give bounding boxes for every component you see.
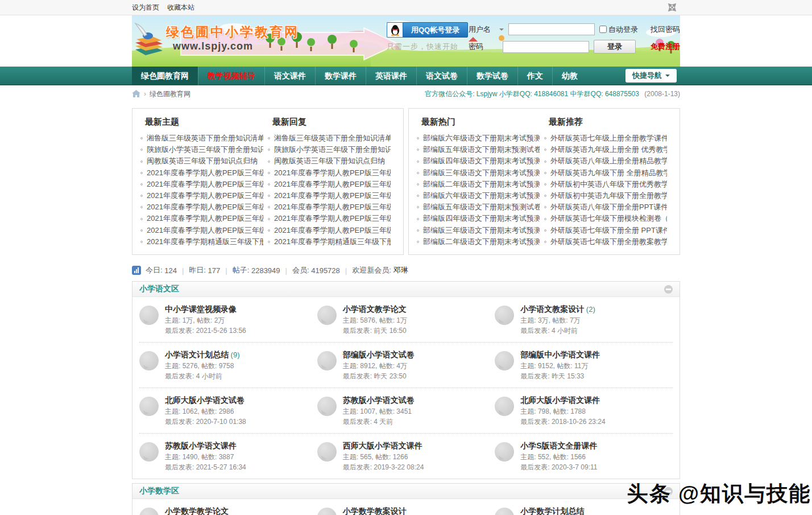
nav-item-math-exams[interactable]: 数学试卷 [467, 67, 517, 85]
forum-link[interactable]: 中小学课堂视频录像 [165, 304, 237, 314]
home-icon[interactable] [132, 90, 140, 98]
chevron-down-icon[interactable] [499, 28, 504, 33]
bullet-icon [544, 160, 546, 163]
username-input[interactable] [508, 23, 595, 35]
topic-link[interactable]: 部编版五年级语文下册期末预测试卷3 [417, 144, 540, 155]
forum-link[interactable]: 苏教版小学语文试卷 [343, 395, 415, 405]
topic-link[interactable]: 外研版初中英语八年级下册优秀教学设 [544, 179, 667, 190]
forum-link[interactable]: 部编版小学语文试卷 [343, 350, 415, 359]
forum-cell: 西师大版小学语文课件主题: 565, 帖数: 1266最后发表: 2019-3-… [317, 441, 495, 471]
topic-link[interactable]: 部编版三年级语文下册期末考试预测试 [417, 225, 540, 236]
topic-link[interactable]: 外研版英语八年级下册全册PPT课件资 [544, 201, 667, 213]
topic-link[interactable]: 部编版二年级语文下册期末考试预测试 [417, 179, 540, 190]
forum-stats: 主题: 5876, 帖数: 1万 [343, 316, 407, 324]
topic-link[interactable]: 2021年度春季学期人教PEP版三年级下 [268, 225, 391, 236]
password-label: 密码 [469, 42, 498, 52]
topic-link[interactable]: 部编版三年级语文下册期末考试预测试 [417, 167, 540, 179]
bar-chart-icon [132, 266, 141, 275]
topic-link[interactable]: 外研版英语七年级下册全册教案教学设 [544, 236, 667, 248]
forum-link[interactable]: 小学语文计划总结 [165, 350, 229, 359]
topic-link[interactable]: 外研版英语九年级上册全册 优秀教学 [544, 144, 667, 155]
qq-login-button[interactable]: 用QQ帐号登录 [403, 22, 468, 38]
forum-lastpost: 最后发表: 4 小时前 [520, 327, 595, 335]
username-label[interactable]: 用户名 [469, 24, 498, 35]
collapse-icon[interactable] [664, 285, 673, 294]
forum-link[interactable]: 小学数学教案设计 [343, 506, 407, 515]
topic-link[interactable]: 2021年度春季学期人教PEP版三年级下 [140, 201, 263, 213]
forum-link[interactable]: 小学数学教学论文 [165, 506, 229, 515]
auto-login-checkbox[interactable] [599, 26, 607, 33]
topic-link[interactable]: 2021年度春季学期人教PEP版三年级下 [140, 225, 263, 236]
forum-bubble-icon [139, 442, 159, 462]
topic-link[interactable]: 2021年度春季学期精通版三年级下册英 [140, 236, 263, 248]
nav-item-english-courseware[interactable]: 英语课件 [366, 67, 416, 85]
topic-link[interactable]: 外研版英语七年级下册模块检测卷（含 [544, 213, 667, 224]
topic-link[interactable]: 陕旅版小学英语三年级下册全册知识点 [140, 144, 263, 155]
topic-link[interactable]: 部编版六年级语文下册期末考试预测试 [417, 133, 540, 144]
password-input[interactable] [503, 41, 589, 53]
login-button[interactable]: 登录 [594, 40, 636, 53]
forum-link[interactable]: 小学语文教学论文 [343, 304, 407, 314]
forum-link[interactable]: 苏教版小学语文课件 [165, 441, 237, 450]
forum-link[interactable]: 北师大版小学语文课件 [520, 395, 600, 405]
topic-link[interactable]: 陕旅版小学英语三年级下册全册知识点 [268, 144, 391, 155]
forum-link[interactable]: 部编版中小学语文课件 [520, 350, 600, 359]
topic-link[interactable]: 湘鲁版三年级英语下册全册知识清单 [140, 133, 263, 144]
section-title-link[interactable]: 小学语文区 [139, 284, 179, 294]
forum-link[interactable]: 小学语文教案设计 [520, 304, 584, 314]
forum-link[interactable]: 小学数学计划总结 [520, 506, 584, 515]
topic-link[interactable]: 2021年度春季学期人教PEP版三年级下 [140, 179, 263, 190]
section-title-link[interactable]: 小学数学区 [139, 486, 179, 496]
bullet-icon [268, 229, 270, 232]
topic-link[interactable]: 部编版四年级语文下册期末考试预测试 [417, 155, 540, 167]
topic-link[interactable]: 部编版二年级语文下册期末考试预测试 [417, 236, 540, 248]
column-title: 最新推荐 [549, 117, 667, 127]
topic-link[interactable]: 外研版英语九年级下册 全册精品教学 [544, 167, 667, 179]
forum-link[interactable]: 小学S版语文全册课件 [520, 441, 597, 450]
nav-item-preschool[interactable]: 幼教 [552, 67, 587, 85]
bullet-icon [417, 229, 419, 232]
breadcrumb-home-link[interactable]: 绿色圃教育网 [150, 89, 190, 99]
topic-link[interactable]: 湘鲁版三年级英语下册全册知识清单 [268, 133, 391, 144]
nav-item-chinese-courseware[interactable]: 语文课件 [264, 67, 315, 85]
topic-link[interactable]: 外研版初中英语九年级下册全册教学课 [544, 190, 667, 201]
new-member-link[interactable]: 邓琳 [393, 265, 408, 275]
topic-link[interactable]: 2021年度春季学期人教PEP版三年级下 [268, 213, 391, 224]
set-home-link[interactable]: 设为首页 [132, 3, 159, 13]
topic-link[interactable]: 外研版英语八年级上册全册精品教学设 [544, 155, 667, 167]
bookmark-link[interactable]: 收藏本站 [167, 3, 194, 13]
nav-item-video[interactable]: 教学视频辅导 [198, 67, 264, 85]
nav-item-math-courseware[interactable]: 数学课件 [315, 67, 366, 85]
topic-link[interactable]: 2021年度春季学期人教PEP版三年级下 [268, 179, 391, 190]
topic-link[interactable]: 2021年度春季学期精通版三年级下册英 [268, 236, 391, 248]
forum-row: 小学语文计划总结 (9)主题: 5276, 帖数: 9758最后发表: 4 小时… [139, 342, 673, 388]
topic-link[interactable]: 2021年度春季学期人教PEP版三年级下 [140, 190, 263, 201]
topic-link[interactable]: 部编版五年级语文下册期末预测试卷2 [417, 201, 540, 213]
topic-link[interactable]: 部编版四年级语文下册期末考试预测试 [417, 213, 540, 224]
topic-link[interactable]: 外研版英语七年级上册全册教学课件 [544, 133, 667, 144]
find-password-link[interactable]: 找回密码 [651, 24, 680, 35]
forum-stats: 主题: 3万, 帖数: 7万 [520, 316, 595, 324]
topic-link[interactable]: 2021年度春季学期人教PEP版三年级下 [268, 201, 391, 213]
forum-bubble-icon [317, 508, 337, 515]
quick-nav-button[interactable]: 快捷导航 [625, 69, 677, 83]
site-logo[interactable]: 绿色圃中小学教育网 www.lspjy.com [166, 24, 299, 52]
topic-title: 部编版六年级语文下册期末考试预测试 [423, 133, 540, 144]
topic-link[interactable]: 闽教版英语三年级下册知识点归纳 [140, 155, 263, 167]
topic-link[interactable]: 2021年度春季学期人教PEP版三年级下 [140, 213, 263, 224]
nav-item-home[interactable]: 绿色圃教育网 [132, 67, 198, 85]
topic-link[interactable]: 部编版六年级语文下册期末考试预测试 [417, 190, 540, 201]
forum-link[interactable]: 西师大版小学语文课件 [343, 441, 422, 450]
fullscreen-icon[interactable] [668, 3, 677, 12]
topic-link[interactable]: 闽教版英语三年级下册知识点归纳 [268, 155, 391, 167]
bullet-icon [140, 137, 143, 139]
nav-item-composition[interactable]: 作文 [517, 67, 552, 85]
register-link[interactable]: 免费注册 [651, 42, 680, 52]
nav-item-chinese-exams[interactable]: 语文试卷 [416, 67, 467, 85]
topic-link[interactable]: 2021年度春季学期人教PEP版三年级下 [268, 190, 391, 201]
topic-link[interactable]: 2021年度春季学期人教PEP版三年级下 [268, 167, 391, 179]
topic-title: 2021年度春季学期人教PEP版三年级下 [274, 213, 391, 224]
topic-link[interactable]: 2021年度春季学期人教PEP版三年级下 [140, 167, 263, 179]
topic-link[interactable]: 外研版英语七年级下册全册 PPT课件打 [544, 225, 667, 236]
forum-link[interactable]: 北师大版小学语文试卷 [165, 395, 245, 405]
